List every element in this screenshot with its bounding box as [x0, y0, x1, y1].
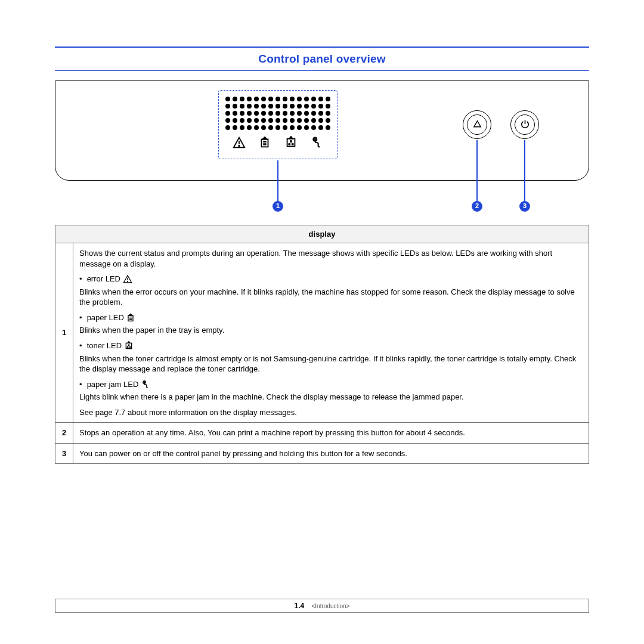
toner-led-label: toner LED	[87, 341, 122, 350]
svg-point-20	[129, 346, 131, 348]
svg-point-7	[289, 143, 290, 144]
row3-num: 3	[55, 443, 73, 464]
jam-led-label: paper jam LED	[87, 380, 139, 389]
svg-point-8	[292, 143, 293, 144]
callout-3: 3	[519, 201, 530, 212]
svg-point-13	[127, 281, 128, 282]
paper-led-label: paper LED	[87, 313, 124, 322]
svg-point-21	[128, 345, 129, 346]
toner-icon	[284, 136, 298, 152]
page-footer: 1.4 <Introduction>	[55, 599, 589, 613]
toner-icon	[124, 341, 134, 354]
jam-led-desc: Lights blink when there is a paper jam i…	[79, 392, 583, 402]
page-title: Control panel overview	[258, 52, 385, 65]
control-panel-diagram: 1 2 3	[55, 80, 589, 219]
svg-point-9	[290, 141, 292, 142]
cancel-button[interactable]	[463, 110, 491, 139]
callout-1: 1	[273, 201, 283, 212]
row1-num: 1	[55, 243, 73, 423]
toner-led-desc: Blinks when the toner cartridge is almos…	[79, 354, 583, 374]
paper-jam-icon	[141, 380, 150, 392]
rule-bottom	[55, 70, 589, 71]
callout-line-2	[476, 140, 478, 202]
callout-line-3	[524, 140, 525, 202]
svg-point-19	[127, 346, 128, 348]
row3-text: You can power on or off the control pane…	[73, 443, 589, 464]
table-header: display	[55, 225, 589, 243]
led-matrix	[226, 97, 330, 130]
paper-led-desc: Blinks when the paper in the tray is emp…	[79, 325, 583, 336]
paper-icon	[258, 136, 271, 152]
paper-icon	[126, 313, 135, 326]
row1-seepage: See page 7.7 about more information on t…	[79, 407, 583, 418]
rule-top	[55, 47, 589, 48]
chapter-label: <Introduction>	[311, 603, 349, 609]
page-number: 1.4	[295, 602, 305, 610]
callout-line-1	[277, 160, 278, 202]
svg-point-1	[239, 145, 239, 145]
power-button[interactable]	[510, 110, 539, 139]
row2-text: Stops an operation at any time. Also, Yo…	[73, 423, 589, 444]
row2-num: 2	[55, 423, 73, 444]
svg-point-11	[315, 139, 315, 140]
display-area	[218, 90, 338, 159]
error-led-desc: Blinks when the error occurs on your mac…	[79, 287, 583, 308]
warning-icon	[123, 274, 132, 287]
callout-2: 2	[472, 201, 482, 212]
row1-intro: Shows the current status and prompts dur…	[79, 248, 583, 269]
paper-jam-icon	[310, 136, 323, 152]
warning-icon	[233, 136, 246, 152]
description-table: display 1 Shows the current status and p…	[55, 225, 589, 465]
error-led-label: error LED	[87, 274, 120, 283]
svg-point-23	[144, 382, 145, 382]
